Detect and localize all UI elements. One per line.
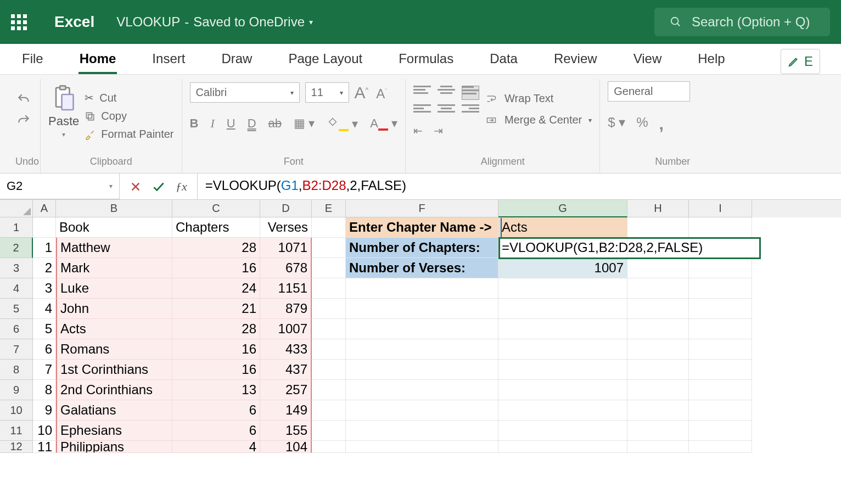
cell-A12[interactable]: 11: [33, 441, 56, 453]
cell-H11[interactable]: [627, 421, 689, 441]
cell-B2[interactable]: Matthew: [56, 238, 172, 258]
row-header[interactable]: 12: [0, 441, 33, 453]
cell-F9[interactable]: [346, 380, 498, 400]
cell-H5[interactable]: [627, 299, 689, 319]
cell-D3[interactable]: 678: [260, 258, 312, 278]
cell-H4[interactable]: [627, 278, 689, 299]
cell-A4[interactable]: 3: [33, 278, 56, 299]
cell-I1[interactable]: [689, 217, 752, 238]
bold-button[interactable]: B: [190, 116, 199, 131]
comma-button[interactable]: ,: [659, 115, 664, 133]
cell-E4[interactable]: [312, 278, 346, 299]
cell-B11[interactable]: Ephesians: [56, 421, 172, 441]
cell-D2[interactable]: 1071: [260, 238, 312, 258]
cell-D12[interactable]: 104: [260, 441, 312, 453]
cell-H12[interactable]: [627, 441, 689, 453]
row-header[interactable]: 2: [0, 238, 33, 258]
cell-I2[interactable]: [689, 238, 752, 258]
select-all-corner[interactable]: [0, 200, 33, 217]
cell-E5[interactable]: [312, 299, 346, 319]
cell-G11[interactable]: [498, 421, 627, 441]
cell-I9[interactable]: [689, 380, 752, 400]
cell-B8[interactable]: 1st Corinthians: [56, 360, 172, 380]
cell-A2[interactable]: 1: [33, 238, 56, 258]
increase-indent-button[interactable]: ⇥: [434, 124, 443, 137]
cell-I8[interactable]: [689, 360, 752, 380]
cell-D5[interactable]: 879: [260, 299, 312, 319]
font-size-select[interactable]: 11▾: [305, 82, 349, 103]
cell-D1[interactable]: Verses: [260, 217, 312, 238]
grow-font-button[interactable]: A^: [355, 83, 369, 102]
cell-H3[interactable]: [627, 258, 689, 278]
row-header[interactable]: 6: [0, 319, 33, 339]
tab-view[interactable]: View: [632, 46, 663, 74]
cell-F11[interactable]: [346, 421, 498, 441]
app-launcher-icon[interactable]: [11, 14, 27, 30]
cell-F12[interactable]: [346, 441, 498, 453]
formula-input[interactable]: =VLOOKUP(G1,B2:D28,2,FALSE): [198, 173, 841, 199]
cell-B7[interactable]: Romans: [56, 339, 172, 360]
cell-E8[interactable]: [312, 360, 346, 380]
cell-C1[interactable]: Chapters: [172, 217, 260, 238]
cell-F5[interactable]: [346, 299, 498, 319]
tab-insert[interactable]: Insert: [151, 46, 186, 74]
col-header-H[interactable]: H: [627, 200, 689, 217]
cell-D11[interactable]: 155: [260, 421, 312, 441]
cell-H6[interactable]: [627, 319, 689, 339]
cell-I10[interactable]: [689, 400, 752, 421]
col-header-A[interactable]: A: [33, 200, 56, 217]
cell-H7[interactable]: [627, 339, 689, 360]
number-format-select[interactable]: General: [608, 81, 690, 102]
decrease-indent-button[interactable]: ⇤: [413, 124, 423, 137]
cut-button[interactable]: ✂Cut: [85, 91, 173, 104]
align-center-button[interactable]: [438, 104, 455, 119]
col-header-I[interactable]: I: [689, 200, 752, 217]
cell-I4[interactable]: [689, 278, 752, 299]
cell-F6[interactable]: [346, 319, 498, 339]
cell-D10[interactable]: 149: [260, 400, 312, 421]
shrink-font-button[interactable]: Aˇ: [376, 86, 386, 102]
cancel-formula-button[interactable]: [130, 181, 142, 193]
cell-B3[interactable]: Mark: [56, 258, 172, 278]
cell-C2[interactable]: 28: [172, 238, 260, 258]
cell-A1[interactable]: [33, 217, 56, 238]
cell-B6[interactable]: Acts: [56, 319, 172, 339]
cell-E11[interactable]: [312, 421, 346, 441]
cell-F3[interactable]: Number of Verses:: [346, 258, 498, 278]
cell-E10[interactable]: [312, 400, 346, 421]
editing-mode-button[interactable]: E: [781, 49, 820, 74]
cell-C3[interactable]: 16: [172, 258, 260, 278]
cell-F10[interactable]: [346, 400, 498, 421]
cell-D4[interactable]: 1151: [260, 278, 312, 299]
cell-G7[interactable]: [498, 339, 627, 360]
cell-G9[interactable]: [498, 380, 627, 400]
align-middle-button[interactable]: [438, 86, 455, 100]
cell-I11[interactable]: [689, 421, 752, 441]
tab-draw[interactable]: Draw: [220, 46, 253, 74]
cell-I5[interactable]: [689, 299, 752, 319]
document-title[interactable]: VLOOKUP - Saved to OneDrive ▾: [116, 14, 313, 30]
cell-F4[interactable]: [346, 278, 498, 299]
cell-C6[interactable]: 28: [172, 319, 260, 339]
cell-E1[interactable]: [312, 217, 346, 238]
row-header[interactable]: 3: [0, 258, 33, 278]
col-header-D[interactable]: D: [260, 200, 312, 217]
cell-H2[interactable]: [627, 238, 689, 258]
cell-D9[interactable]: 257: [260, 380, 312, 400]
merge-center-button[interactable]: Merge & Center ▾: [485, 114, 592, 126]
cell-A6[interactable]: 5: [33, 319, 56, 339]
cell-I6[interactable]: [689, 319, 752, 339]
accept-formula-button[interactable]: [152, 180, 166, 194]
cell-D6[interactable]: 1007: [260, 319, 312, 339]
col-header-C[interactable]: C: [172, 200, 260, 217]
cell-E3[interactable]: [312, 258, 346, 278]
copy-button[interactable]: Copy: [85, 110, 173, 122]
cell-G4[interactable]: [498, 278, 627, 299]
undo-button[interactable]: [15, 92, 32, 107]
col-header-B[interactable]: B: [56, 200, 172, 217]
tab-formulas[interactable]: Formulas: [397, 46, 455, 74]
paste-button[interactable]: [52, 85, 75, 112]
cell-F8[interactable]: [346, 360, 498, 380]
align-top-button[interactable]: [413, 86, 431, 100]
strikethrough-button[interactable]: ab: [268, 116, 282, 131]
